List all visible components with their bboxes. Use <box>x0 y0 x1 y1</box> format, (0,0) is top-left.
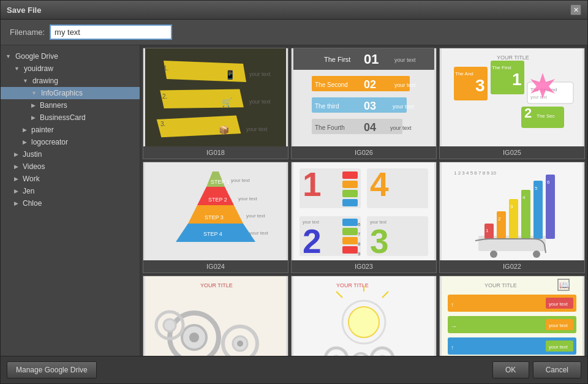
svg-point-106 <box>237 341 243 347</box>
sidebar-item-jen[interactable]: ▶Jen <box>1 185 140 197</box>
svg-text:1.: 1. <box>164 65 168 72</box>
sidebar-item-label: Jen <box>23 187 34 195</box>
sidebar-item-label: Chloe <box>23 199 42 208</box>
sidebar-item-label: BusinessCard <box>40 113 86 122</box>
svg-rect-64 <box>342 171 358 179</box>
svg-rect-38 <box>527 82 573 104</box>
sidebar-item-chloe[interactable]: ▶Chloe <box>1 197 140 209</box>
svg-text:📖: 📖 <box>559 280 570 290</box>
thumbnail-item-IG026[interactable]: The First 01 your text The Second 02 you… <box>291 48 437 159</box>
svg-text:↑: ↑ <box>451 301 454 308</box>
thumbnail-item-IG018[interactable]: your text your text your text 📱 🛒 📦 1. 2… <box>143 48 288 159</box>
svg-text:YOUR TITLE: YOUR TITLE <box>497 55 529 61</box>
filename-label: Filename: <box>10 28 45 37</box>
svg-text:🛒: 🛒 <box>222 97 233 108</box>
svg-text:04: 04 <box>364 121 376 134</box>
filename-input[interactable] <box>50 24 172 40</box>
svg-text:4: 4 <box>522 195 526 200</box>
thumbnail-item-IG022[interactable]: 1 2 3 4 5 6 1 2 3 4 5 6 7 8 9 10 IG022 <box>439 162 585 273</box>
svg-text:The First: The First <box>492 65 511 70</box>
svg-text:STEP 1: STEP 1 <box>211 179 230 185</box>
thumbnail-image-IG021: YOUR TITLE idea <box>143 276 288 356</box>
svg-text:The third: The third <box>315 103 339 110</box>
svg-text:STEP 3: STEP 3 <box>205 214 224 220</box>
svg-text:7: 7 <box>358 232 361 237</box>
sidebar-item-justin[interactable]: ▶Justin <box>1 148 140 160</box>
sidebar-item-painter[interactable]: ▶painter <box>1 124 140 136</box>
svg-text:1: 1 <box>303 165 322 203</box>
sidebar-item-label: logocreator <box>31 138 68 146</box>
svg-text:→: → <box>451 323 457 329</box>
svg-text:your text: your text <box>246 126 268 132</box>
thumbnail-item-IG019[interactable]: YOUR TITLE your text ↑ your text → your … <box>439 276 585 356</box>
sidebar-item-businesscard[interactable]: ▶BusinessCard <box>1 111 140 124</box>
thumbnail-label-IG022: IG022 <box>440 260 584 273</box>
svg-text:your text: your text <box>231 178 250 183</box>
svg-rect-74 <box>342 219 358 226</box>
svg-text:your text: your text <box>549 301 568 307</box>
sidebar-item-label: youidraw <box>24 64 53 73</box>
svg-text:3.: 3. <box>160 121 165 127</box>
svg-text:↑: ↑ <box>451 344 454 351</box>
sidebar-item-work[interactable]: ▶Work <box>1 173 140 185</box>
svg-text:The First: The First <box>324 56 350 63</box>
thumbnail-image-IG018: your text your text your text 📱 🛒 📦 1. 2… <box>143 48 288 146</box>
thumbnail-image-IG023: 1 4 2 3 your text your text 6 7 8 9 <box>292 162 436 260</box>
sidebar-item-youidraw[interactable]: ▼youidraw <box>1 62 140 75</box>
svg-text:STEP 2: STEP 2 <box>208 197 227 203</box>
svg-text:1 2 3 4 5 6 7 8 9 10: 1 2 3 4 5 6 7 8 9 10 <box>454 170 496 176</box>
sidebar-item-label: Videos <box>23 162 45 171</box>
ok-button[interactable]: OK <box>492 361 529 378</box>
svg-text:2: 2 <box>524 105 532 121</box>
svg-text:STEP 4: STEP 4 <box>203 231 222 237</box>
thumbnail-image-IG020: YOUR TITLE <box>292 276 436 356</box>
svg-rect-75 <box>342 228 358 235</box>
svg-text:03: 03 <box>364 100 376 112</box>
sidebar-item-videos[interactable]: ▶Videos <box>1 160 140 173</box>
thumbnail-item-IG024[interactable]: STEP 4 STEP 3 STEP 2 STEP 1 your text yo… <box>143 162 288 273</box>
thumbnail-item-IG020[interactable]: YOUR TITLE IG020 <box>291 276 437 356</box>
sidebar-item-label: painter <box>31 126 54 134</box>
svg-text:2.: 2. <box>162 93 167 100</box>
dialog-title: Save File <box>7 6 41 15</box>
svg-text:01: 01 <box>364 51 379 67</box>
manage-google-drive-button[interactable]: Manage Google Drive <box>7 361 97 378</box>
sidebar-item-google-drive[interactable]: ▼Google Drive <box>1 50 140 62</box>
thumbnail-image-IG022: 1 2 3 4 5 6 1 2 3 4 5 6 7 8 9 10 <box>440 162 584 260</box>
svg-text:your text: your text <box>390 125 412 131</box>
svg-text:your text: your text <box>249 230 268 236</box>
svg-text:your text: your text <box>530 95 547 100</box>
thumbnail-label-IG024: IG024 <box>143 260 288 273</box>
thumbnail-item-IG025[interactable]: YOUR TITLE 3 The And 1 The First The Sec… <box>439 48 585 159</box>
title-bar: Save File ✕ <box>1 1 587 20</box>
close-button[interactable]: ✕ <box>570 4 581 15</box>
svg-text:8: 8 <box>358 241 361 247</box>
thumbnail-item-IG023[interactable]: 1 4 2 3 your text your text 6 7 8 9 IG02… <box>291 162 437 273</box>
thumbnail-image-IG026: The First 01 your text The Second 02 you… <box>292 48 436 146</box>
svg-text:The Fourth: The Fourth <box>315 124 345 131</box>
sidebar-item-banners[interactable]: ▶Banners <box>1 99 140 111</box>
thumbnail-label-IG025: IG025 <box>440 146 584 159</box>
svg-point-108 <box>164 319 176 331</box>
svg-rect-86 <box>497 211 506 239</box>
sidebar: ▼Google Drive▼youidraw▼drawing▼InfoGraph… <box>1 45 140 356</box>
sidebar-item-logocreator[interactable]: ▶logocreator <box>1 136 140 148</box>
sidebar-item-label: InfoGraphics <box>41 89 83 97</box>
svg-text:📦: 📦 <box>219 125 230 135</box>
sidebar-item-infographics[interactable]: ▼InfoGraphics <box>1 87 140 99</box>
svg-text:4: 4 <box>370 165 389 203</box>
svg-text:your text: your text <box>246 213 265 219</box>
svg-text:The And: The And <box>455 71 473 77</box>
svg-text:The Second: The Second <box>315 81 348 88</box>
svg-text:02: 02 <box>364 78 376 91</box>
svg-point-97 <box>533 250 540 258</box>
thumbnail-item-IG021[interactable]: YOUR TITLE idea IG021 <box>143 276 288 356</box>
sidebar-item-drawing[interactable]: ▼drawing <box>1 75 140 87</box>
cancel-button[interactable]: Cancel <box>533 361 581 378</box>
save-file-dialog: Save File ✕ Filename: ▼Google Drive▼youi… <box>0 0 588 384</box>
svg-rect-67 <box>342 199 358 206</box>
svg-text:1: 1 <box>512 70 522 89</box>
action-buttons: OK Cancel <box>492 361 581 378</box>
bottom-bar: Manage Google Drive OK Cancel <box>1 356 587 383</box>
content-area: your text your text your text 📱 🛒 📦 1. 2… <box>140 45 587 356</box>
